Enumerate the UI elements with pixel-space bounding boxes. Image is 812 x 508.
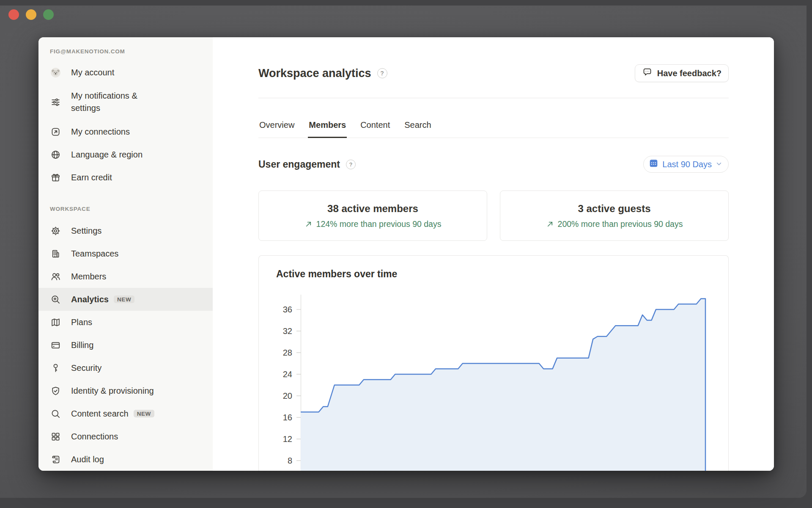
page-title: Workspace analytics [258,66,387,81]
active-members-chart-card: Active members over time 363228242016128 [258,255,729,471]
analytics-main-panel: Workspace analytics Have feedback? Overv… [213,37,774,471]
audit-log-icon [50,454,61,465]
sidebar-item-label: Security [71,362,102,374]
sidebar-item-my-account[interactable]: My account [38,61,213,84]
help-icon[interactable] [377,68,387,78]
user-engagement-title-text: User engagement [258,159,340,170]
sidebar-item-label: Plans [71,316,92,329]
date-range-dropdown[interactable]: Last 90 Days [643,156,729,173]
active-guests-delta: 200% more than previous 90 days [546,219,683,229]
active-guests-delta-text: 200% more than previous 90 days [558,219,683,229]
svg-text:20: 20 [283,391,292,400]
sidebar-item-settings[interactable]: Settings [38,219,213,242]
new-badge: NEW [134,410,154,418]
svg-text:28: 28 [283,348,292,357]
avatar-icon [50,67,61,78]
active-members-card: 38 active members 124% more than previou… [258,190,487,241]
sidebar-item-analytics[interactable]: AnalyticsNEW [38,288,213,311]
key-icon [50,362,61,373]
sidebar-item-earn-credit[interactable]: Earn credit [38,166,213,189]
page-header: Workspace analytics Have feedback? [258,64,729,82]
window-controls [8,9,54,20]
workspace-section-label: WORKSPACE [38,205,213,213]
sidebar-item-members[interactable]: Members [38,265,213,288]
sidebar-item-plans[interactable]: Plans [38,311,213,334]
svg-text:36: 36 [283,305,292,314]
tab-search[interactable]: Search [403,119,432,138]
sidebar-item-security[interactable]: Security [38,356,213,379]
sidebar-item-label: My account [71,66,114,79]
close-window-button[interactable] [8,9,19,20]
tab-content[interactable]: Content [359,119,391,138]
account-email-label: FIG@MAKENOTION.COM [38,47,213,56]
zoom-window-button[interactable] [43,9,54,20]
have-feedback-button[interactable]: Have feedback? [635,64,729,82]
analytics-tabs: OverviewMembersContentSearch [258,98,729,138]
gear-icon [50,225,61,236]
active-members-delta-text: 124% more than previous 90 days [316,219,442,229]
svg-text:16: 16 [283,413,292,422]
sidebar-item-label: Settings [71,225,102,237]
sidebar-account-list: My accountMy notifications & settingsMy … [38,61,213,189]
arrow-up-right-icon [304,220,313,228]
calendar-icon [649,158,658,170]
sidebar-item-label: Analytics [71,293,109,306]
active-guests-value: 3 active guests [578,203,650,215]
tab-overview[interactable]: Overview [258,119,295,138]
svg-text:32: 32 [283,326,292,336]
svg-text:24: 24 [283,370,292,379]
sidebar-item-label: Language & region [71,149,143,161]
new-badge: NEW [114,295,134,304]
building-icon [50,248,61,259]
sidebar-item-label: Earn credit [71,171,112,184]
help-icon[interactable] [346,160,356,169]
engagement-stat-cards: 38 active members 124% more than previou… [258,190,729,241]
sidebar-item-label: Billing [71,339,93,351]
sidebar-item-my-connections[interactable]: My connections [38,120,213,143]
sidebar-item-label: Identity & provisioning [71,385,154,397]
sidebar-item-label: Members [71,271,106,283]
settings-sidebar: FIG@MAKENOTION.COM My accountMy notifica… [38,37,213,471]
sidebar-item-audit-log[interactable]: Audit log [38,448,213,471]
sidebar-item-identity-provisioning[interactable]: Identity & provisioning [38,379,213,402]
sliders-icon [50,97,61,108]
active-guests-card: 3 active guests 200% more than previous … [500,190,729,241]
sidebar-item-billing[interactable]: Billing [38,334,213,356]
sidebar-item-teamspaces[interactable]: Teamspaces [38,242,213,265]
sidebar-item-label: Audit log [71,453,104,466]
user-engagement-title: User engagement [258,159,356,170]
sidebar-item-label: Connections [71,431,118,443]
sidebar-workspace-list: SettingsTeamspacesMembersAnalyticsNEWPla… [38,219,213,471]
active-members-value: 38 active members [327,203,418,215]
sidebar-item-label: Content search [71,408,129,420]
gift-icon [50,172,61,183]
minimize-window-button[interactable] [26,9,36,20]
have-feedback-label: Have feedback? [657,69,721,78]
arrow-up-right-icon [546,220,554,228]
page-title-text: Workspace analytics [258,66,371,81]
tab-members[interactable]: Members [308,119,347,138]
date-range-label: Last 90 Days [662,160,712,169]
chevron-down-icon [716,160,722,169]
globe-icon [50,149,61,160]
people-icon [50,271,61,282]
active-members-delta: 124% more than previous 90 days [304,219,442,229]
sidebar-item-connections[interactable]: Connections [38,425,213,448]
sidebar-item-label: Teamspaces [71,248,118,260]
map-icon [50,317,61,328]
sidebar-item-label: My connections [71,126,130,138]
grid-icon [50,431,61,442]
settings-dialog: FIG@MAKENOTION.COM My accountMy notifica… [38,37,774,471]
sidebar-item-content-search[interactable]: Content searchNEW [38,402,213,425]
svg-text:12: 12 [283,434,292,444]
chat-bubble-icon [642,67,653,80]
sidebar-item-label: My notifications & settings [71,90,168,114]
credit-card-icon [50,340,61,351]
analytics-icon [50,294,61,305]
svg-text:8: 8 [288,456,292,465]
sidebar-item-my-notifications-settings[interactable]: My notifications & settings [38,84,213,120]
shield-check-icon [50,385,61,396]
user-engagement-header: User engagement Last 90 Days [258,156,729,173]
search-icon [50,408,61,419]
sidebar-item-language-region[interactable]: Language & region [38,143,213,166]
